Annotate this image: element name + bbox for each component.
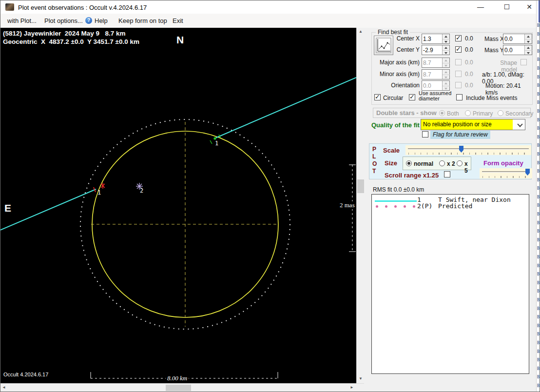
scroll-up-icon[interactable]: ▲: [357, 28, 365, 36]
scroll-left-icon[interactable]: ◄: [0, 384, 8, 392]
geocentric-coords: Geocentric X 4837.2 ±0.0 Y 3451.7 ±0.0 k…: [3, 38, 139, 45]
double-secondary-radio: [498, 110, 503, 116]
motion-label: Motion: 20.41 km/s: [485, 82, 532, 96]
scale-slider-thumb[interactable]: [459, 146, 463, 153]
scale-slider-track: [408, 148, 529, 149]
east-label: E: [4, 202, 11, 214]
title-bar: Plot event observations : Occult v.4.202…: [0, 0, 536, 14]
size-x5-label: x 5: [464, 160, 471, 174]
center-y-fit-checkbox[interactable]: [455, 46, 462, 53]
scale-mas-label: 2 mas: [338, 201, 356, 209]
chord1-pre-segment: [0, 189, 96, 230]
chord1-legend-line: [375, 200, 417, 202]
minor-axis-spinner: [422, 69, 450, 79]
circular-checkbox[interactable]: [374, 94, 381, 100]
scale-slider[interactable]: [405, 145, 531, 155]
minor-axis-label: Minor axis (km): [372, 71, 420, 78]
mass-x-spinner[interactable]: [503, 34, 532, 44]
use-assumed-diameter-checkbox[interactable]: [409, 94, 415, 100]
flag-review-checkbox[interactable]: [422, 131, 428, 137]
menu-keep-on-top[interactable]: Keep form on top: [118, 17, 167, 24]
mass-x-input[interactable]: [504, 34, 524, 43]
observation-list[interactable]: 1 T Swift, near Dixon 2(P) Predicted: [371, 194, 529, 374]
scale-slider-ticks: [408, 153, 528, 155]
scroll-right-icon[interactable]: ►: [348, 384, 356, 392]
chord1-d-label: 1: [97, 189, 101, 196]
opacity-slider-track: [482, 171, 530, 172]
quality-dropdown[interactable]: No reliable position or size: [421, 119, 525, 130]
include-miss-events-label: Include Miss events: [466, 95, 517, 101]
legend-entry-2-num: 2(P): [417, 202, 432, 210]
center-x-fit-checkbox[interactable]: [455, 35, 462, 41]
chord1-r-label: 1: [215, 140, 218, 147]
mass-x-label: Mass X: [484, 36, 504, 42]
control-panel: Find best fit Center X 0.0 Mass X Center…: [364, 28, 536, 392]
find-best-fit-title: Find best fit: [376, 29, 410, 36]
horizontal-scrollbar-thumb[interactable]: [166, 385, 191, 391]
scroll-range-checkbox[interactable]: [444, 171, 450, 177]
size-x2-radio[interactable]: [439, 160, 445, 166]
event-title: (5812) Jayewinkler 2024 May 9 8.7 km: [3, 30, 125, 37]
double-stars-group: Double stars - show Both Primary Seconda…: [373, 108, 531, 118]
form-opacity-slider[interactable]: [480, 168, 532, 178]
center-x-input[interactable]: [423, 34, 442, 43]
menu-with-plot[interactable]: with Plot...: [7, 17, 37, 24]
scroll-down-icon[interactable]: ▼: [357, 375, 365, 383]
predicted-legend-dots: [375, 205, 417, 208]
flag-review-label: Flag for future review: [430, 131, 490, 139]
orientation-fit-checkbox: [455, 82, 462, 88]
mass-y-input[interactable]: [504, 45, 524, 55]
size-normal-label: normal: [414, 160, 433, 167]
include-miss-events-checkbox[interactable]: [456, 94, 463, 100]
quality-value: No reliable position or size: [421, 119, 513, 130]
double-primary-label: Primary: [473, 110, 493, 117]
scale-km-label: 8.00 km: [166, 374, 189, 382]
form-opacity-label: Form opacity: [483, 159, 523, 167]
plot-canvas[interactable]: (5812) Jayewinkler 2024 May 9 8.7 km Geo…: [0, 28, 356, 383]
size-label: Size: [385, 159, 397, 167]
close-button[interactable]: ✕: [521, 0, 538, 14]
shape-model-checkbox: [521, 59, 527, 65]
plot-panel-label: P L O T: [372, 146, 377, 175]
vertical-scrollbar-thumb[interactable]: [357, 179, 364, 193]
maximize-button[interactable]: ☐: [499, 0, 515, 14]
minimize-button[interactable]: —: [472, 0, 489, 14]
size-radio-group: normal x 2 x 5: [403, 157, 471, 170]
minor-axis-input: [423, 70, 442, 79]
scale-label: Scale: [383, 147, 400, 154]
vertical-scrollbar[interactable]: ▲ ▼: [356, 28, 364, 383]
menu-help[interactable]: Help: [95, 17, 108, 24]
mass-y-spinner[interactable]: [503, 45, 532, 55]
double-both-radio: [439, 110, 445, 116]
major-axis-spinner: [422, 58, 450, 68]
orientation-spinner: [422, 80, 450, 91]
size-normal-radio[interactable]: [406, 160, 412, 166]
center-y-input[interactable]: [423, 45, 442, 55]
scroll-range-label: Scroll range x1.25: [385, 172, 439, 179]
opacity-slider-thumb[interactable]: [525, 169, 530, 176]
double-primary-radio: [465, 110, 471, 116]
double-both-label: Both: [447, 110, 459, 117]
help-icon[interactable]: ?: [85, 17, 92, 24]
plot-controls-panel: P L O T Scale Size normal x 2 x 5 Form o…: [369, 143, 532, 179]
center-y-sigma: 0.0: [465, 46, 473, 53]
center-y-spinner[interactable]: [422, 45, 450, 55]
major-axis-sigma: 0.0: [465, 59, 473, 66]
double-secondary-label: Secondary: [505, 110, 533, 117]
orientation-sigma: 0.0: [465, 82, 473, 89]
use-assumed-diameter-label: Use assumed diameter: [419, 91, 451, 101]
app-icon: [5, 3, 14, 11]
orientation-label: Orientation: [372, 82, 420, 89]
background-window-edge: B B B B B B B B B B B B B B B B B B B B …: [536, 0, 540, 392]
menu-plot-options[interactable]: Plot options...: [44, 17, 83, 24]
legend-entry-2-name: Predicted: [438, 202, 472, 210]
orientation-input: [423, 81, 442, 90]
major-axis-input: [423, 58, 442, 67]
size-x2-label: x 2: [447, 160, 455, 167]
menu-exit[interactable]: Exit: [173, 17, 183, 24]
star2-label: 2: [140, 187, 143, 194]
chord1-post-segment: [215, 78, 356, 138]
center-x-spinner[interactable]: [422, 34, 450, 44]
size-x5-radio[interactable]: [457, 160, 463, 166]
horizontal-scrollbar[interactable]: ◄ ►: [0, 383, 364, 392]
